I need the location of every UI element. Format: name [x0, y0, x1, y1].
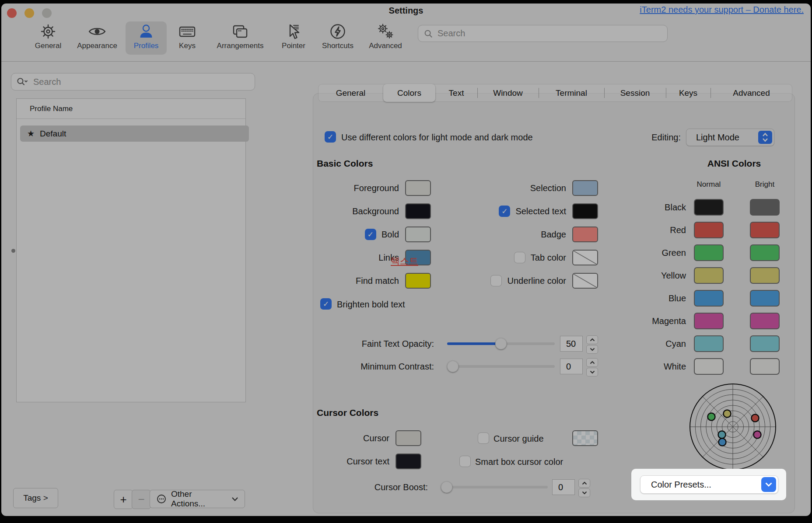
- wheel-color-dot: [752, 415, 759, 422]
- yellow-normal-color-well[interactable]: [694, 267, 724, 284]
- tab-advanced[interactable]: Advanced: [710, 84, 792, 102]
- minimum-contrast-slider[interactable]: [447, 365, 555, 368]
- underline-color-color-well[interactable]: [572, 273, 598, 289]
- tab-terminal[interactable]: Terminal: [539, 84, 604, 102]
- tab-session[interactable]: Session: [604, 84, 666, 102]
- stepper-down-icon[interactable]: [586, 368, 598, 377]
- cursor-boost-slider[interactable]: [441, 486, 548, 488]
- tab-general[interactable]: General: [318, 84, 383, 102]
- tab-colors[interactable]: Colors: [383, 84, 435, 102]
- tab-color-color-well[interactable]: [572, 250, 598, 265]
- white-normal-color-well[interactable]: [694, 358, 724, 375]
- gears-icon: [376, 22, 395, 41]
- tab-color-checkbox[interactable]: [514, 252, 525, 263]
- use-different-colors-checkbox[interactable]: [325, 131, 336, 143]
- donate-link[interactable]: iTerm2 needs your support – Donate here.: [640, 5, 804, 15]
- contrast-stepper[interactable]: [586, 358, 598, 377]
- stepper-up-icon[interactable]: [578, 479, 590, 488]
- toolbar-divider: [1, 61, 811, 62]
- cyan-bright-color-well[interactable]: [750, 335, 780, 352]
- ansi-color-label: Green: [621, 248, 686, 258]
- profile-list[interactable]: Profile Name ★ Default: [16, 98, 246, 402]
- tags-button[interactable]: Tags >: [13, 488, 58, 508]
- editing-mode-popup[interactable]: Light Mode: [686, 129, 774, 146]
- black-normal-color-well[interactable]: [694, 199, 724, 216]
- cursor-boost-value[interactable]: 0: [552, 479, 575, 495]
- red-bright-color-well[interactable]: [750, 222, 780, 238]
- cyan-normal-color-well[interactable]: [694, 335, 724, 352]
- selection-color-well[interactable]: [572, 180, 598, 196]
- toolbar-search-field[interactable]: [418, 25, 668, 42]
- faint-stepper[interactable]: [586, 335, 598, 354]
- cursor-text-color-well[interactable]: [396, 453, 421, 469]
- editing-mode-value: Light Mode: [696, 132, 739, 143]
- chevron-up-down-icon: [758, 131, 772, 144]
- bold-checkbox[interactable]: [365, 229, 376, 240]
- selected-text-row: Selected text: [411, 203, 598, 219]
- minimum-contrast-value[interactable]: 0: [560, 359, 583, 374]
- ansi-row-yellow: Yellow: [621, 267, 780, 284]
- pane-resize-handle[interactable]: [11, 249, 15, 253]
- toolbar-search-input[interactable]: [437, 28, 662, 39]
- underline-color-checkbox[interactable]: [490, 275, 502, 286]
- faint-text-opacity-value[interactable]: 50: [560, 336, 583, 352]
- magenta-normal-color-well[interactable]: [694, 313, 724, 329]
- chevron-down-icon: [231, 497, 238, 502]
- color-presets-dropdown[interactable]: Color Presets...: [640, 475, 778, 494]
- cursor-label: Cursor: [363, 433, 389, 443]
- add-profile-button[interactable]: +: [114, 490, 133, 509]
- ansi-row-cyan: Cyan: [621, 335, 780, 352]
- blue-normal-color-well[interactable]: [694, 290, 724, 307]
- toolbar-item-label: Arrangements: [217, 42, 264, 50]
- editing-label: Editing:: [628, 132, 681, 143]
- toolbar-item-keys[interactable]: Keys: [158, 22, 217, 50]
- tab-window[interactable]: Window: [477, 84, 539, 102]
- blue-bright-color-well[interactable]: [750, 290, 780, 307]
- search-menu-icon: [16, 77, 29, 87]
- toolbar-item-arrangements[interactable]: Arrangements: [210, 22, 270, 50]
- badge-label: Badge: [541, 230, 566, 240]
- cursor-boost-stepper[interactable]: [578, 479, 590, 497]
- selected-text-color-well[interactable]: [572, 203, 598, 219]
- cursor-boost-knob[interactable]: [441, 481, 452, 493]
- profile-filter-input[interactable]: [32, 77, 250, 87]
- black-bright-color-well[interactable]: [750, 199, 780, 216]
- color-presets-label: Color Presets...: [651, 480, 711, 490]
- magenta-bright-color-well[interactable]: [750, 313, 780, 329]
- remove-profile-button[interactable]: −: [132, 490, 151, 509]
- color-wheel-preview: [689, 383, 777, 471]
- tab-keys[interactable]: Keys: [666, 84, 710, 102]
- red-normal-color-well[interactable]: [694, 222, 724, 238]
- green-normal-color-well[interactable]: [694, 244, 724, 261]
- brighten-bold-text-checkbox[interactable]: [320, 298, 332, 310]
- ansi-color-label: Cyan: [621, 339, 686, 349]
- underline-color-label: Underline color: [507, 276, 566, 286]
- cursor-guide-checkbox[interactable]: [478, 432, 489, 444]
- profile-filter-field[interactable]: [11, 73, 255, 91]
- contrast-slider-knob[interactable]: [447, 361, 458, 372]
- selected-text-checkbox[interactable]: [499, 206, 510, 217]
- profile-row-default[interactable]: ★ Default: [20, 126, 249, 142]
- profile-name: Default: [40, 129, 66, 139]
- chevron-down-icon[interactable]: [761, 477, 776, 492]
- bold-label: Bold: [382, 230, 399, 240]
- yellow-bright-color-well[interactable]: [750, 267, 780, 284]
- stepper-down-icon[interactable]: [586, 345, 598, 354]
- stepper-up-icon[interactable]: [586, 335, 598, 344]
- badge-color-well[interactable]: [572, 227, 598, 242]
- toolbar-item-advanced[interactable]: Advanced: [356, 22, 415, 50]
- white-bright-color-well[interactable]: [750, 358, 780, 375]
- ansi-row-blue: Blue: [621, 290, 780, 307]
- cursor-guide-color-well[interactable]: [572, 430, 598, 446]
- toolbar-item-label: General: [35, 42, 61, 50]
- faint-slider-knob[interactable]: [495, 338, 507, 349]
- green-bright-color-well[interactable]: [750, 244, 780, 261]
- tab-text[interactable]: Text: [435, 84, 477, 102]
- ansi-bright-header: Bright: [750, 180, 780, 189]
- wheel-color-dot: [708, 413, 715, 421]
- stepper-down-icon[interactable]: [578, 488, 590, 497]
- cursor-color-well[interactable]: [396, 430, 421, 446]
- smart-box-cursor-checkbox[interactable]: [459, 456, 471, 467]
- stepper-up-icon[interactable]: [586, 358, 598, 367]
- other-actions-dropdown[interactable]: Other Actions...: [150, 490, 245, 508]
